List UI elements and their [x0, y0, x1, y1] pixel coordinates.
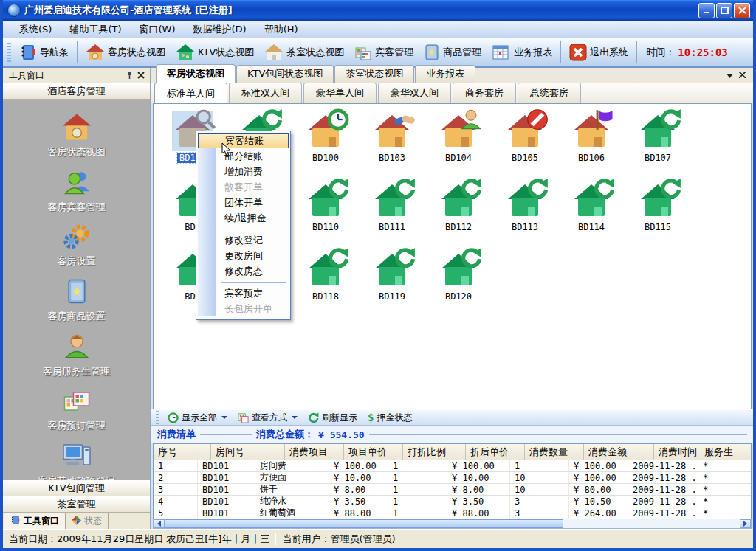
room-context-menu: 宾客结账部分结账增加消费散客开单团体开单续/退押金修改登记更改房间修改房态宾客预…: [196, 131, 291, 320]
document-tab[interactable]: 客房状态视图: [156, 64, 236, 83]
document-tab[interactable]: 业务报表: [415, 65, 475, 83]
table-row[interactable]: 5BD101 红葡萄酒¥ 88.00 1¥ 88.00 3¥ 264.00 20…: [154, 507, 751, 519]
context-menu-item[interactable]: [198, 279, 289, 285]
room-icon[interactable]: BD114: [558, 181, 625, 250]
room-icon[interactable]: BD104: [425, 111, 492, 181]
room-icon[interactable]: BD110: [292, 181, 359, 250]
context-menu-item[interactable]: 增加消费: [198, 164, 289, 179]
refresh-arrow-icon: [593, 178, 615, 200]
exit-system-button[interactable]: 退出系统: [564, 41, 633, 63]
sidebar-item-goods-settings[interactable]: 客房商品设置: [14, 277, 140, 323]
room-icon[interactable]: BD120: [425, 250, 492, 319]
show-all-button[interactable]: 显示全部: [162, 411, 233, 425]
navbar-button[interactable]: 导航条: [14, 41, 74, 63]
context-menu-item[interactable]: 更改房间: [198, 248, 289, 263]
table-horizontal-scrollbar[interactable]: [153, 519, 752, 529]
section-room-management[interactable]: 酒店客房管理: [3, 83, 150, 100]
menu-item[interactable]: 窗口(W): [131, 21, 185, 38]
minimize-button[interactable]: [698, 3, 715, 18]
white-house-icon: [264, 44, 284, 61]
scroll-left-button[interactable]: [154, 519, 165, 528]
view-mode-button[interactable]: 查看方式: [233, 411, 303, 425]
room-label: BD114: [576, 222, 607, 232]
gears-icon: [62, 223, 92, 252]
tab-scroll-down-icon[interactable]: [726, 70, 733, 80]
tab-status[interactable]: 状态: [66, 513, 109, 529]
room-type-tab[interactable]: 标准单人间: [154, 83, 227, 103]
close-icon[interactable]: [135, 70, 147, 81]
toolbar-separator: [560, 41, 561, 63]
context-menu-item[interactable]: 修改登记: [198, 232, 289, 248]
sidebar-item-other-payments[interactable]: 客房其他款项登记: [14, 442, 140, 480]
status-separator: [402, 533, 402, 545]
room-icon[interactable]: BD113: [492, 181, 558, 250]
report-icon: [492, 44, 511, 61]
menu-item[interactable]: 数据维护(D): [185, 21, 255, 38]
room-type-tab[interactable]: 豪华双人间: [378, 83, 451, 103]
room-status-view-button[interactable]: 客房状态视图: [80, 41, 171, 63]
tab-close-icon[interactable]: [739, 70, 746, 80]
room-icon[interactable]: BD100: [292, 111, 359, 181]
room-type-tab[interactable]: 总统套房: [518, 83, 581, 103]
section-ktv-management[interactable]: KTV包间管理: [3, 480, 150, 496]
table-row[interactable]: 1BD101 房间费¥ 100.00 1¥ 100.00 1¥ 100.00 2…: [154, 460, 751, 472]
room-icon[interactable]: BD106: [558, 111, 625, 181]
room-icon[interactable]: BD103: [359, 111, 425, 181]
room-icon[interactable]: BD118: [292, 250, 359, 319]
room-type-tab[interactable]: 标准双人间: [229, 83, 302, 103]
context-menu-item[interactable]: 散客开单: [198, 179, 289, 195]
document-tab[interactable]: KTV包间状态视图: [236, 65, 334, 83]
context-menu-item[interactable]: 宾客结账: [198, 133, 289, 148]
table-row[interactable]: 4BD101 纯净水¥ 3.50 1¥ 3.50 3¥ 10.50 2009-1…: [154, 496, 751, 507]
room-type-tab[interactable]: 商务套房: [453, 83, 516, 103]
refresh-button[interactable]: 刷新显示: [303, 411, 362, 425]
context-menu-item[interactable]: 修改房态: [198, 263, 289, 279]
refresh-icon: [308, 412, 319, 423]
document-tabs: 客房状态视图KTV包间状态视图茶室状态视图业务报表: [151, 68, 753, 83]
document-tab[interactable]: 茶室状态视图: [334, 65, 414, 83]
menu-item[interactable]: 系统(S): [10, 21, 61, 38]
goods-management-button[interactable]: 商品管理: [419, 41, 487, 63]
scrollbar-thumb[interactable]: [165, 519, 563, 528]
ktv-status-view-button[interactable]: KTV状态视图: [171, 41, 259, 63]
context-menu-item[interactable]: 团体开单: [198, 195, 289, 210]
room-icon[interactable]: BD111: [359, 181, 425, 250]
sidebar-item-booking-management[interactable]: 客房预订管理: [14, 388, 140, 432]
menu-item[interactable]: 帮助(H): [255, 21, 307, 38]
deposit-status-button[interactable]: $ 押金状态: [362, 411, 417, 425]
menu-item[interactable]: 辅助工具(T): [61, 21, 130, 38]
table-header-cell: 消费项目: [285, 444, 344, 460]
room-status-panel: BD101: [153, 103, 752, 409]
context-menu-item[interactable]: 部分结账: [198, 148, 289, 164]
red-house-icon: [61, 113, 92, 143]
room-label: BD103: [377, 153, 408, 163]
room-icon[interactable]: BD115: [625, 181, 691, 250]
sidebar-item-room-status[interactable]: 客房状态视图: [14, 113, 140, 159]
sidebar-item-waiter-management[interactable]: 客房服务生管理: [14, 333, 140, 378]
scroll-right-button[interactable]: [740, 519, 751, 528]
context-menu-item[interactable]: 续/退押金: [198, 210, 289, 226]
close-button[interactable]: [734, 3, 750, 18]
room-type-tab[interactable]: 豪华单人间: [303, 83, 377, 103]
maximize-button[interactable]: [716, 3, 732, 18]
table-row[interactable]: 3BD101 饼干¥ 8.00 1¥ 8.00 10¥ 80.00 2009-1…: [154, 484, 751, 496]
room-icon[interactable]: BD119: [359, 250, 425, 319]
guest-management-button[interactable]: 宾客管理: [349, 41, 419, 63]
tab-tool-window[interactable]: 工具窗口: [4, 513, 66, 529]
context-menu-item[interactable]: 长包房开单: [198, 301, 289, 316]
sidebar-item-room-settings[interactable]: 客房设置: [14, 223, 140, 268]
scrollbar-track[interactable]: [165, 519, 740, 528]
context-menu-item[interactable]: [198, 226, 289, 232]
room-icon[interactable]: BD107: [625, 111, 691, 181]
business-report-button[interactable]: 业务报表: [487, 41, 557, 63]
table-row[interactable]: 2BD101 方便面¥ 10.00 1¥ 10.00 10¥ 100.00 20…: [154, 472, 751, 484]
context-menu-item[interactable]: 宾客预定: [198, 285, 289, 301]
section-tea-management[interactable]: 茶室管理: [3, 496, 150, 513]
room-icon[interactable]: BD105: [492, 111, 558, 181]
time-value: 10:25:03: [678, 46, 727, 58]
room-icon[interactable]: BD112: [425, 181, 492, 250]
sidebar-item-guest-management[interactable]: 客房宾客管理: [14, 168, 140, 214]
notebook-icon: [19, 44, 37, 61]
pin-icon[interactable]: [123, 70, 135, 81]
tea-status-view-button[interactable]: 茶室状态视图: [259, 41, 349, 63]
